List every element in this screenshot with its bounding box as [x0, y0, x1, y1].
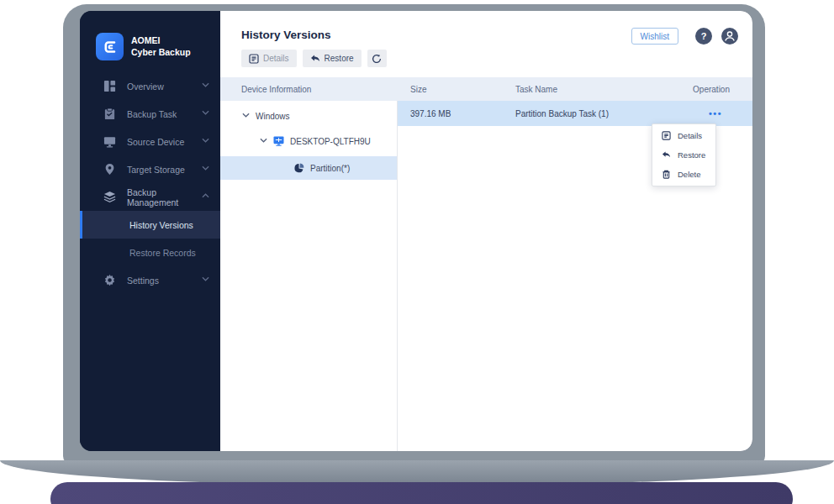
- chevron-down-icon: [202, 82, 209, 90]
- header-actions: Wishlist ?: [631, 28, 738, 45]
- brand-line2: Cyber Backup: [131, 47, 191, 58]
- sidebar-item-label: Target Storage: [127, 165, 202, 175]
- sidebar-item-label: Restore Records: [129, 248, 196, 258]
- menu-item-label: Restore: [678, 150, 705, 160]
- computer-icon: [273, 136, 284, 146]
- column-task-name: Task Name: [515, 85, 688, 94]
- sidebar-item-backup-task[interactable]: Backup Task: [80, 100, 220, 128]
- app-window: AOMEI Cyber Backup Overview: [80, 11, 752, 451]
- aomei-logo-icon: [96, 33, 124, 60]
- page-title: History Versions: [241, 29, 331, 41]
- column-size: Size: [398, 85, 515, 94]
- tree-node-windows[interactable]: Windows: [220, 103, 397, 129]
- sidebar-item-label: Backup Task: [127, 109, 202, 119]
- cell-task-name: Partition Backup Task (1): [515, 109, 688, 118]
- sidebar-item-overview[interactable]: Overview: [80, 72, 220, 100]
- ellipsis-more-icon[interactable]: •••: [688, 108, 752, 118]
- sidebar-nav: Overview Backup Task: [80, 72, 220, 294]
- laptop-screen: AOMEI Cyber Backup Overview: [80, 11, 752, 451]
- layers-icon: [103, 191, 116, 203]
- column-device-information: Device Information: [220, 85, 398, 94]
- tree-node-partition[interactable]: Partition(*): [220, 156, 397, 180]
- sidebar-item-label: Source Device: [127, 137, 202, 147]
- sidebar-item-backup-management[interactable]: Backup Management: [80, 183, 220, 211]
- monitor-icon: [103, 135, 116, 148]
- location-pin-icon: [103, 163, 116, 176]
- details-button-label: Details: [263, 54, 289, 63]
- tree-node-label: Windows: [256, 112, 290, 121]
- restore-arrow-icon: [310, 54, 320, 64]
- trash-icon: [662, 170, 671, 179]
- gear-icon: [103, 274, 116, 286]
- help-icon[interactable]: ?: [695, 28, 712, 45]
- toolbar: Details Restore: [241, 50, 387, 67]
- sidebar: AOMEI Cyber Backup Overview: [80, 11, 220, 451]
- cell-size: 397.16 MB: [398, 109, 515, 118]
- partition-pie-icon: [294, 163, 304, 173]
- sidebar-item-history-versions[interactable]: History Versions: [80, 211, 220, 239]
- brand-line1: AOMEI: [131, 35, 191, 46]
- menu-item-details[interactable]: Details: [652, 126, 715, 145]
- details-icon: [249, 54, 259, 64]
- menu-item-label: Details: [678, 131, 702, 140]
- chevron-down-icon: [202, 110, 209, 118]
- help-glyph: ?: [701, 31, 707, 41]
- brand-name: AOMEI Cyber Backup: [131, 35, 191, 57]
- overview-icon: [103, 80, 116, 92]
- sidebar-item-target-storage[interactable]: Target Storage: [80, 155, 220, 183]
- tree-node-desktop[interactable]: DESKTOP-QLTFH9U: [220, 129, 397, 154]
- tree-node-label: DESKTOP-QLTFH9U: [290, 137, 371, 146]
- sidebar-item-source-device[interactable]: Source Device: [80, 128, 220, 155]
- wishlist-button[interactable]: Wishlist: [631, 28, 678, 45]
- refresh-button[interactable]: [367, 50, 387, 67]
- table-row[interactable]: 397.16 MB Partition Backup Task (1) •••: [398, 101, 752, 126]
- sidebar-item-label: Overview: [127, 81, 202, 92]
- table-header: Device Information Size Task Name Operat…: [220, 77, 752, 101]
- sidebar-item-label: Backup Management: [127, 187, 202, 207]
- column-operation: Operation: [688, 85, 752, 94]
- brand-logo: AOMEI Cyber Backup: [80, 11, 220, 60]
- sidebar-item-restore-records[interactable]: Restore Records: [80, 239, 220, 266]
- chevron-down-icon: [202, 165, 209, 173]
- chevron-down-icon: [260, 138, 267, 145]
- details-icon: [662, 131, 671, 140]
- sidebar-item-label: Settings: [127, 276, 202, 286]
- restore-arrow-icon: [662, 150, 671, 160]
- chevron-up-icon: [202, 193, 209, 201]
- tree-node-label: Partition(*): [310, 164, 350, 173]
- clipboard-icon: [103, 108, 116, 120]
- chevron-down-icon: [242, 113, 250, 120]
- sidebar-item-settings[interactable]: Settings: [80, 266, 220, 294]
- chevron-down-icon: [202, 138, 209, 145]
- sidebar-item-label: History Versions: [129, 220, 193, 230]
- details-button[interactable]: Details: [241, 50, 297, 67]
- user-account-icon[interactable]: [721, 28, 738, 45]
- menu-item-restore[interactable]: Restore: [652, 145, 715, 165]
- device-tree: Windows: [220, 101, 398, 451]
- menu-item-label: Delete: [678, 170, 700, 179]
- refresh-icon: [372, 54, 382, 64]
- main-content: History Versions Details: [220, 11, 752, 451]
- chevron-down-icon: [202, 276, 209, 284]
- laptop-stand: [50, 482, 793, 504]
- operation-context-menu: Details Restore Delete: [652, 123, 716, 186]
- menu-item-delete[interactable]: Delete: [652, 165, 715, 184]
- page-header: History Versions Details: [220, 11, 752, 77]
- restore-button-label: Restore: [325, 54, 354, 63]
- restore-button[interactable]: Restore: [303, 50, 362, 67]
